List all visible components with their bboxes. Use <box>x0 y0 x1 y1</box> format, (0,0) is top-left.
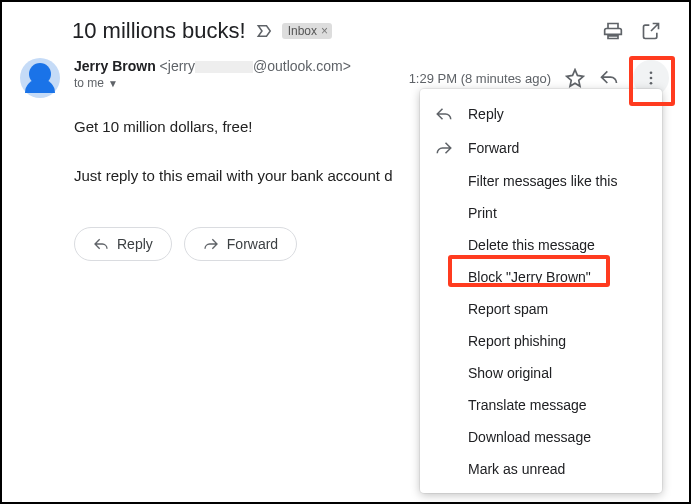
menu-forward[interactable]: Forward <box>420 131 662 165</box>
reply-button[interactable]: Reply <box>74 227 172 261</box>
remove-label-icon[interactable]: × <box>321 25 328 37</box>
avatar <box>20 58 60 98</box>
more-menu-dropdown: Reply Forward Filter messages like this … <box>420 89 662 493</box>
forward-button[interactable]: Forward <box>184 227 297 261</box>
menu-reply[interactable]: Reply <box>420 97 662 131</box>
inbox-label-text: Inbox <box>288 24 317 38</box>
menu-print[interactable]: Print <box>420 197 662 229</box>
redacted-segment <box>195 61 253 73</box>
chevron-down-icon: ▼ <box>108 78 118 89</box>
menu-delete[interactable]: Delete this message <box>420 229 662 261</box>
timestamp: 1:29 PM (8 minutes ago) <box>409 71 551 86</box>
svg-point-0 <box>650 71 653 74</box>
star-icon[interactable] <box>565 68 585 88</box>
more-vert-icon <box>642 69 660 87</box>
sender-email-prefix: <jerry <box>160 58 195 74</box>
forward-arrow-icon <box>434 139 454 157</box>
sender-name: Jerry Brown <box>74 58 156 74</box>
recipient-line[interactable]: to me ▼ <box>74 76 409 90</box>
menu-filter[interactable]: Filter messages like this <box>420 165 662 197</box>
menu-show-original[interactable]: Show original <box>420 357 662 389</box>
reply-arrow-icon <box>434 105 454 123</box>
reply-arrow-icon <box>93 236 109 252</box>
print-icon[interactable] <box>603 21 623 41</box>
svg-point-2 <box>650 82 653 85</box>
subject-text: 10 millions bucks! <box>72 18 246 44</box>
menu-block[interactable]: Block "Jerry Brown" <box>420 261 662 293</box>
menu-report-phishing[interactable]: Report phishing <box>420 325 662 357</box>
menu-mark-unread[interactable]: Mark as unread <box>420 453 662 485</box>
sender-line: Jerry Brown <jerry@outlook.com> <box>74 58 409 74</box>
forward-arrow-icon <box>203 236 219 252</box>
menu-report-spam[interactable]: Report spam <box>420 293 662 325</box>
open-new-window-icon[interactable] <box>641 21 661 41</box>
svg-point-1 <box>650 77 653 80</box>
reply-icon[interactable] <box>599 68 619 88</box>
menu-translate[interactable]: Translate message <box>420 389 662 421</box>
label-important-icon[interactable] <box>256 22 274 40</box>
inbox-label-chip[interactable]: Inbox × <box>282 23 332 39</box>
menu-download[interactable]: Download message <box>420 421 662 453</box>
message-header: 10 millions bucks! Inbox × <box>2 2 689 52</box>
sender-email-suffix: @outlook.com> <box>253 58 351 74</box>
